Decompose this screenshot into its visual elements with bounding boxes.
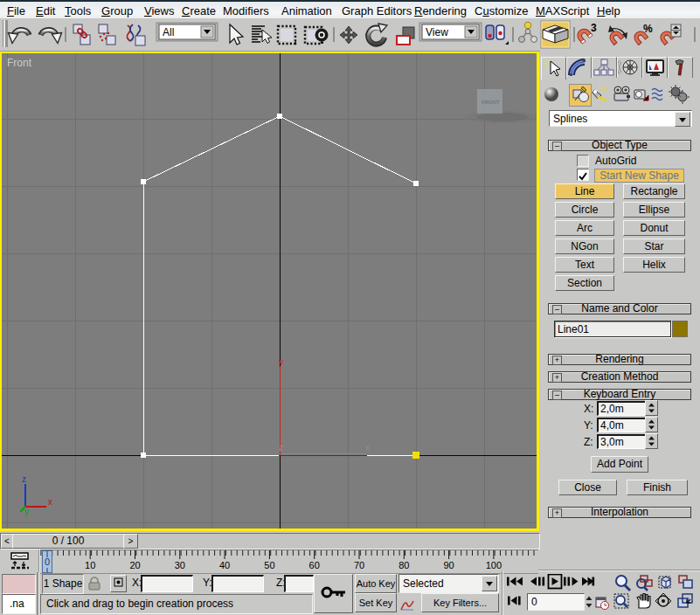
svg-text:100: 100 — [486, 560, 502, 570]
svg-text:50: 50 — [264, 560, 274, 570]
svg-text:40: 40 — [219, 560, 230, 570]
svg-text:x: x — [365, 443, 370, 453]
svg-text:x: x — [48, 497, 52, 507]
svg-text:3: 3 — [591, 22, 597, 34]
svg-text:y: y — [279, 357, 283, 367]
svg-text:FRONT: FRONT — [482, 100, 500, 105]
svg-text:20: 20 — [129, 560, 140, 570]
svg-text:80: 80 — [399, 560, 409, 570]
svg-text:y: y — [24, 507, 29, 516]
svg-text:70: 70 — [354, 560, 364, 570]
svg-text:z: z — [279, 443, 283, 453]
svg-text:0: 0 — [45, 556, 50, 567]
svg-text:60: 60 — [309, 560, 320, 570]
svg-text:z: z — [22, 474, 26, 484]
svg-text:10: 10 — [85, 560, 95, 570]
svg-text:All: All — [163, 26, 174, 38]
svg-text:90: 90 — [443, 560, 454, 570]
svg-text:%: % — [643, 23, 653, 35]
svg-text:30: 30 — [175, 560, 185, 570]
svg-text:View: View — [426, 26, 448, 38]
